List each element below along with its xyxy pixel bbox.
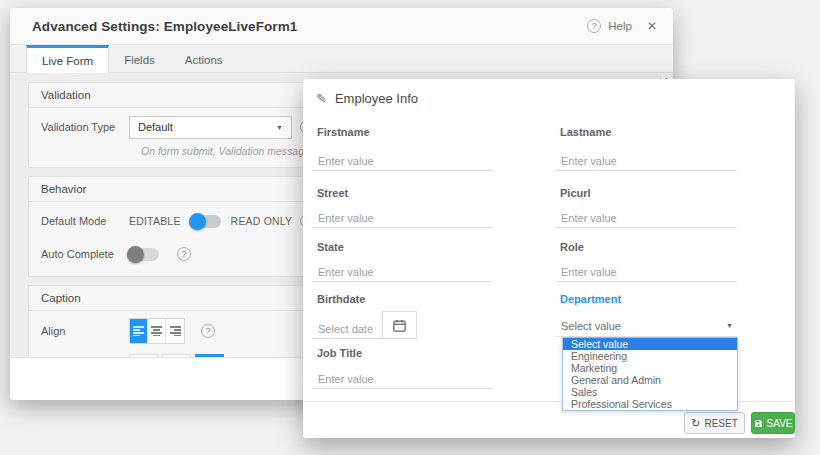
save-button[interactable]: SAVE <box>751 412 795 434</box>
firstname-label: Firstname <box>317 126 370 138</box>
employee-info-panel: ✎ Employee Info Firstname Enter value La… <box>303 79 795 438</box>
align-left-icon <box>133 326 144 336</box>
align-center-icon <box>151 326 162 336</box>
dialog-header: Advanced Settings: EmployeeLiveForm1 ? H… <box>10 8 673 45</box>
role-input[interactable]: Enter value <box>555 262 737 282</box>
state-label: State <box>317 241 344 253</box>
firstname-input[interactable]: Enter value <box>312 151 493 171</box>
dropdown-option[interactable]: General and Admin <box>563 374 737 386</box>
tab-live-form[interactable]: Live Form <box>26 45 109 73</box>
align-label: Align <box>41 325 129 337</box>
editable-label: EDITABLE <box>129 215 181 227</box>
lastname-label: Lastname <box>560 126 611 138</box>
default-mode-toggle[interactable] <box>191 215 221 228</box>
department-select[interactable]: Select value ▼ <box>555 315 737 337</box>
reset-button[interactable]: ↻ RESET <box>684 412 745 434</box>
align-help-icon[interactable]: ? <box>201 324 215 338</box>
settings-tabbar: Live Form Fields Actions <box>10 45 673 73</box>
department-label: Department <box>560 293 621 305</box>
birthdate-label: Birthdate <box>317 293 365 305</box>
align-center-button[interactable] <box>148 319 166 343</box>
align-left-button[interactable] <box>130 319 148 343</box>
validation-type-select[interactable]: Default ▼ <box>129 116 292 139</box>
dropdown-option[interactable]: Select value <box>563 338 737 350</box>
picurl-label: Picurl <box>560 187 591 199</box>
street-input[interactable]: Enter value <box>312 208 493 228</box>
align-button-group <box>129 318 185 344</box>
tab-fields[interactable]: Fields <box>109 45 170 72</box>
help-link[interactable]: Help <box>608 20 632 32</box>
align-right-icon <box>170 326 181 336</box>
validation-type-label: Validation Type <box>41 121 129 133</box>
save-floppy-icon <box>754 419 763 428</box>
refresh-icon: ↻ <box>691 418 700 429</box>
role-label: Role <box>560 241 584 253</box>
help-icon[interactable]: ? <box>587 19 601 33</box>
job-title-input[interactable]: Enter value <box>312 369 493 389</box>
picurl-input[interactable]: Enter value <box>555 208 737 228</box>
datepicker-button[interactable] <box>382 311 417 339</box>
tab-actions[interactable]: Actions <box>170 45 238 72</box>
birthdate-input[interactable]: Select date <box>312 319 382 339</box>
department-select-value: Select value <box>561 315 621 337</box>
dropdown-option[interactable]: Sales <box>563 386 737 398</box>
screen: Advanced Settings: EmployeeLiveForm1 ? H… <box>0 0 820 455</box>
street-label: Street <box>317 187 348 199</box>
calendar-icon <box>392 318 407 333</box>
department-dropdown-list: Select value Engineering Marketing Gener… <box>562 337 738 411</box>
job-title-label: Job Title <box>317 347 362 359</box>
dialog-title: Advanced Settings: EmployeeLiveForm1 <box>32 19 297 34</box>
lastname-input[interactable]: Enter value <box>555 151 737 171</box>
dropdown-option[interactable]: Professional Services <box>563 398 737 410</box>
caret-down-icon: ▼ <box>276 124 283 131</box>
dropdown-option[interactable]: Marketing <box>563 362 737 374</box>
default-mode-label: Default Mode <box>41 215 129 227</box>
auto-complete-help-icon[interactable]: ? <box>177 247 191 261</box>
auto-complete-toggle[interactable] <box>129 248 159 261</box>
read-only-label: READ ONLY <box>231 215 293 227</box>
dropdown-option[interactable]: Engineering <box>563 350 737 362</box>
align-right-button[interactable] <box>166 319 184 343</box>
auto-complete-label: Auto Complete <box>41 248 129 260</box>
state-input[interactable]: Enter value <box>312 262 493 282</box>
validation-type-value: Default <box>138 121 173 133</box>
panel-title: Employee Info <box>335 91 418 106</box>
close-icon[interactable]: ✕ <box>647 19 657 33</box>
edit-pencil-icon: ✎ <box>316 91 327 106</box>
caret-down-icon: ▼ <box>726 315 733 337</box>
